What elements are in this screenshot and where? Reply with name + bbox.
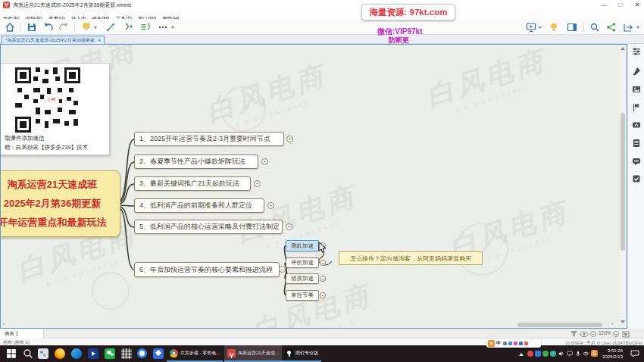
- topic-6[interactable]: 6、年后加快运营节奏的核心要素和推进流程: [134, 262, 280, 277]
- zoom-out-button[interactable]: −: [590, 331, 596, 337]
- topic-3-expand-marker[interactable]: +: [254, 180, 261, 187]
- topic-5-expand-marker[interactable]: +: [286, 223, 292, 230]
- action-center-icon[interactable]: [630, 350, 639, 357]
- display-icon[interactable]: [567, 351, 573, 357]
- scroll-left-icon[interactable]: ‹: [3, 321, 5, 327]
- topic-1[interactable]: 1、2025开年运营节奏及2-3月重要时间节点: [134, 132, 284, 146]
- app-icon-player[interactable]: [88, 348, 98, 359]
- ime-pen-icon[interactable]: [524, 342, 528, 345]
- relationship-button[interactable]: [105, 22, 116, 33]
- marker-button[interactable]: [81, 22, 92, 33]
- subtopic-link-acceleration[interactable]: 链接加速: [286, 273, 319, 284]
- share-button[interactable]: [606, 22, 617, 33]
- topic-2-expand-marker[interactable]: +: [261, 158, 268, 165]
- marker-dropdown-caret[interactable]: [94, 27, 97, 29]
- app-icon-wechat[interactable]: [105, 348, 115, 359]
- more-button[interactable]: [158, 22, 168, 33]
- mic-icon[interactable]: [575, 351, 581, 357]
- close-button[interactable]: ✕: [632, 0, 642, 10]
- maximize-button[interactable]: □: [615, 0, 626, 10]
- document-tab[interactable]: *淘系运营21天速成班-2025年2月第36期更新×: [2, 36, 105, 44]
- sticker-icon[interactable]: [632, 120, 641, 130]
- app-icon-edge[interactable]: [71, 348, 82, 359]
- tray-sogou-icon[interactable]: S: [591, 350, 598, 357]
- sheet-tab[interactable]: 画布 1: [0, 329, 44, 339]
- task-button-xmind[interactable]: 淘系运营21天速成...: [224, 345, 282, 362]
- search-button[interactable]: [589, 22, 600, 33]
- task-button-sycm[interactable]: 生意参谋 - 零售电...: [167, 345, 223, 362]
- panel-toggle-button[interactable]: [567, 22, 577, 33]
- ime-clipboard-icon[interactable]: [508, 342, 512, 345]
- fit-window-icon[interactable]: [622, 331, 630, 338]
- presentation-button[interactable]: [526, 22, 536, 33]
- topic-2[interactable]: 2、春夏季节性产品小爆款矩阵玩法: [134, 154, 258, 169]
- summary-button[interactable]: [123, 22, 133, 33]
- task-icon[interactable]: [632, 174, 641, 183]
- subtopic-2-expand-marker[interactable]: +: [320, 260, 326, 266]
- topic-1-expand-marker[interactable]: +: [286, 136, 293, 142]
- subtopic-pace-control[interactable]: 掌控节奏: [286, 290, 319, 301]
- save-button[interactable]: [27, 22, 37, 33]
- tray-icon-green[interactable]: [542, 351, 549, 357]
- comment-icon[interactable]: [632, 157, 641, 166]
- mindmap-canvas[interactable]: 白风电商B.F.E-COMMERCE 白风电商B.F.E-COMMERCE 白风…: [0, 44, 627, 329]
- subtopic-test-acceleration[interactable]: 测款加速: [286, 240, 319, 251]
- format-brush-icon[interactable]: [632, 67, 641, 76]
- zoom-in-button[interactable]: +: [613, 331, 619, 337]
- scroll-up-icon[interactable]: [621, 47, 625, 50]
- taskbar-clock[interactable]: 9:51:26 2025/2/13: [602, 348, 623, 360]
- volume-icon[interactable]: [558, 351, 564, 357]
- marker-flag-icon[interactable]: [632, 103, 641, 112]
- structure-settings-icon[interactable]: [632, 47, 641, 56]
- app-icon-table[interactable]: [121, 348, 132, 359]
- scroll-down-icon[interactable]: [621, 320, 625, 323]
- notes-icon[interactable]: [632, 139, 641, 148]
- ime-skin-icon[interactable]: [514, 342, 517, 345]
- ime-mic-icon[interactable]: [503, 342, 507, 345]
- idea-button[interactable]: [549, 22, 559, 33]
- undo-button[interactable]: [43, 22, 54, 33]
- export-dropdown-caret[interactable]: [636, 27, 639, 29]
- tray-icon-blue[interactable]: [535, 351, 541, 357]
- subtopic-4-expand-marker[interactable]: +: [320, 292, 326, 298]
- ime-toolbar[interactable]: S 中: [486, 339, 541, 348]
- redo-button[interactable]: [58, 22, 69, 33]
- more-dropdown-caret[interactable]: [171, 27, 174, 29]
- tray-expand-icon[interactable]: [519, 353, 524, 356]
- task-label: 图钉专业版: [295, 350, 318, 357]
- eye-icon[interactable]: [580, 331, 589, 338]
- taskbar-search-icon[interactable]: [23, 348, 33, 359]
- app-icon-utility[interactable]: [38, 348, 48, 359]
- task-button-pintu[interactable]: 图钉专业版: [282, 345, 321, 362]
- tray-lang-icon[interactable]: 中: [583, 351, 589, 358]
- horizontal-scrollbar-thumb[interactable]: [517, 323, 602, 327]
- subtopic-review-acceleration[interactable]: 评价加速: [286, 257, 319, 268]
- app-icon-firefox[interactable]: [55, 348, 65, 359]
- topic-4[interactable]: 4、低利润产品的前期准备和人群定位: [134, 198, 264, 213]
- tab-close-icon[interactable]: ×: [98, 38, 101, 42]
- filter-icon[interactable]: [570, 330, 578, 338]
- root-topic[interactable]: 淘系运营21天速成班 2025年2月第36期更新 开年运营重点和最新玩法: [0, 170, 120, 237]
- subtopic-3-expand-marker[interactable]: +: [320, 276, 326, 282]
- presentation-dropdown-caret[interactable]: [539, 27, 542, 29]
- vertical-scrollbar-thumb[interactable]: [621, 113, 625, 251]
- tray-icon-teal[interactable]: [550, 351, 556, 357]
- tray-icon-red[interactable]: [527, 351, 533, 357]
- topic-5[interactable]: 5、低利润产品的核心运营策略及付费打法制定: [134, 220, 283, 234]
- app-icon-pen[interactable]: [153, 348, 164, 359]
- callout-note[interactable]: 怎么操作？定向做淘客，从阿里妈妈渠道购买: [339, 251, 483, 265]
- scroll-right-icon[interactable]: ›: [611, 321, 614, 327]
- topic-4-expand-marker[interactable]: +: [267, 202, 274, 209]
- chinese-mode-icon[interactable]: 中: [496, 340, 502, 347]
- topic-6-collapse-marker[interactable]: −: [279, 266, 286, 273]
- image-icon[interactable]: [632, 85, 641, 94]
- topic-3[interactable]: 3、最新关键词推广21天起款玩法: [134, 176, 251, 191]
- minimize-button[interactable]: —: [599, 0, 609, 10]
- ime-toolbox-icon[interactable]: [519, 342, 523, 345]
- outline-button[interactable]: [140, 22, 151, 33]
- export-button[interactable]: [623, 22, 633, 33]
- app-icon-browser360[interactable]: [137, 348, 147, 358]
- start-button-icon[interactable]: [6, 348, 17, 359]
- home-button[interactable]: [5, 22, 15, 33]
- sogou-logo-icon[interactable]: S: [488, 340, 495, 347]
